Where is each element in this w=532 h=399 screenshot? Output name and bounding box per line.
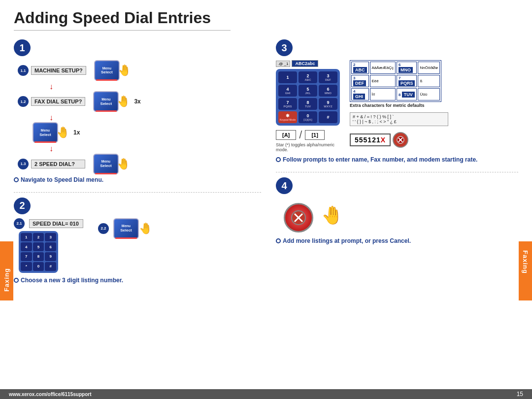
- menu-label: Menu: [102, 66, 111, 70]
- red-arrow-3: ↓: [49, 144, 53, 153]
- add-note: Add more listings at prompt, or press Ca…: [276, 237, 518, 244]
- key-5: 5: [33, 242, 44, 251]
- key-2: 2: [33, 233, 44, 242]
- nav-dot-3: [276, 157, 281, 162]
- extra-chars-title: Extra characters for metric defaults: [350, 103, 448, 108]
- step4-content: 🤚: [284, 198, 518, 233]
- step3-right: 2 ABC AäÄæÆäÇç 6 MNO NnÖöðØø 3 DEF Eèé 7…: [350, 60, 448, 148]
- cancel-large-icon: [290, 209, 307, 227]
- step1-circle: 1: [14, 39, 31, 56]
- step2-section: 2 2.1 SPEED DIAL= 010 1 2 3: [14, 198, 261, 284]
- menu-select-btn-1-2[interactable]: Menu Select: [93, 91, 119, 112]
- nav-dot: [14, 177, 19, 182]
- red-arrow-2: ↓: [49, 113, 53, 122]
- page-title: Adding Speed Dial Entries: [14, 9, 231, 31]
- nav-dot-2: [14, 278, 19, 283]
- substep-label-2-1: SPEED DIAL= 010: [29, 219, 83, 228]
- mode-box-1: [1]: [305, 130, 324, 140]
- substep-circle-1-1: 1.1: [18, 65, 29, 76]
- substep-circle-1-2: 1.2: [18, 96, 29, 107]
- mode-box: .@ _1: [276, 61, 290, 67]
- cancel-icon: [396, 135, 405, 144]
- key-large-star[interactable]: ✱ Keypad Mode: [278, 111, 297, 123]
- keypad-small: 1 2 3 4 5 6 7 8 9 * 0 #: [19, 231, 58, 273]
- step3-circle: 3: [276, 39, 293, 56]
- number-display-area: 555121X: [350, 132, 448, 148]
- extra-chars-table: 2 ABC AäÄæÆäÇç 6 MNO NnÖöðØø 3 DEF Eèé 7…: [350, 60, 441, 102]
- substep-1-2: 1.2 FAX DIAL SETUP? Menu Select 🤚 3x: [18, 91, 261, 112]
- key-large-2[interactable]: 2ABC: [299, 71, 317, 83]
- keypad-grid: 1 2ABC 3DEF 4GHI 5JKL 6MNO 7PQRS 8TUV 9W…: [276, 69, 340, 126]
- key-large-0[interactable]: 0 [1]/[A]: [299, 111, 317, 123]
- substep-label-1-2: FAX DIAL SETUP?: [31, 97, 85, 106]
- key-large-3[interactable]: 3DEF: [319, 71, 337, 83]
- key-9: 9: [45, 252, 56, 261]
- footer-page: 15: [517, 391, 523, 398]
- key-3: 3: [45, 233, 56, 242]
- key-6: 6: [45, 242, 56, 251]
- nav-dot-4: [276, 238, 281, 243]
- substep-2-2: 2.2 Menu Select 🤚: [98, 218, 152, 239]
- select-label: Select: [101, 70, 113, 74]
- hand-icon-1-2b: 🤚: [56, 126, 69, 139]
- substep-1-2b: Menu Select 🤚 1x: [33, 122, 261, 143]
- key-star-small: *: [21, 262, 32, 271]
- substep-circle-2-1: 2.1: [14, 218, 25, 229]
- substep-label-1-3: 2 SPEED DIAL?: [31, 160, 85, 168]
- step4-section: 4 🤚 Add more listings at prompt, or pre: [276, 177, 518, 244]
- key-0-small: 0: [33, 262, 44, 271]
- abc-box: ABC2abc: [292, 60, 318, 67]
- substep-1-3: 1.3 2 SPEED DIAL? Menu Select 🤚: [18, 154, 261, 174]
- key-8: 8: [33, 252, 44, 261]
- key-large-7[interactable]: 7PQRS: [278, 98, 297, 110]
- extra-chars-container: 2 ABC AäÄæÆäÇç 6 MNO NnÖöðØø 3 DEF Eèé 7…: [350, 60, 448, 108]
- key-large-4[interactable]: 4GHI: [278, 85, 297, 97]
- step3-section: 3 .@ _1 ABC2abc 1 2ABC 3: [276, 39, 518, 163]
- step1-section: 1 1.1 MACHINE SETUP? Menu Select 🤚: [14, 39, 261, 183]
- follow-note: Follow prompts to enter name, Fax number…: [276, 156, 518, 163]
- menu-select-btn-1-2b[interactable]: Menu Select: [33, 122, 58, 143]
- key-large-6[interactable]: 6MNO: [319, 85, 337, 97]
- repeat-3x: 3x: [134, 98, 140, 105]
- alpha-mode-area: [A] / [1] Star (*) toggles alpha/numeric…: [276, 129, 345, 152]
- hand-icon-1-3: 🤚: [117, 158, 130, 170]
- hand-icon-4: 🤚: [321, 205, 343, 226]
- key-large-8[interactable]: 8TUV: [299, 98, 317, 110]
- repeat-1x: 1x: [73, 129, 80, 136]
- key-large-hash[interactable]: #: [319, 111, 337, 123]
- hand-icon-1-1: 🤚: [118, 64, 131, 77]
- number-box: 555121X: [350, 133, 391, 146]
- menu-select-btn-1-3[interactable]: Menu Select: [93, 154, 119, 174]
- key-4: 4: [21, 242, 32, 251]
- keypad-large: .@ _1 ABC2abc 1 2ABC 3DEF 4GHI 5JKL 6MNO…: [276, 60, 345, 152]
- footer-url: www.xerox.com/office/6115support: [9, 392, 91, 397]
- menu-select-btn-1-1[interactable]: Menu Select: [94, 60, 120, 81]
- keypad-display: .@ _1 ABC2abc: [276, 60, 345, 67]
- hand-icon-2-2: 🤚: [139, 222, 152, 235]
- footer: www.xerox.com/office/6115support 15: [0, 389, 532, 399]
- mode-slash: /: [299, 129, 302, 141]
- cancel-button-small[interactable]: [393, 132, 408, 148]
- step2-circle: 2: [14, 198, 31, 214]
- star-toggle-note: Star (*) toggles alpha/numeric mode.: [276, 142, 345, 152]
- special-chars-box: # + & / = ! ? ( ) % [ ] ` ' ' { } | ~ $ …: [350, 112, 448, 126]
- key-hash-small: #: [45, 262, 56, 271]
- substep-1-1: 1.1 MACHINE SETUP? Menu Select 🤚: [18, 60, 261, 81]
- key-large-9[interactable]: 9WXYZ: [319, 98, 337, 110]
- key-1: 1: [21, 233, 32, 242]
- substep-2-1: 2.1 SPEED DIAL= 010: [14, 218, 87, 229]
- step4-circle: 4: [276, 177, 293, 194]
- choose-note: Choose a new 3 digit listing number.: [14, 277, 261, 284]
- mode-box-a: [A]: [276, 130, 296, 140]
- key-7: 7: [21, 252, 32, 261]
- menu-select-btn-2-2[interactable]: Menu Select: [113, 218, 139, 239]
- substep-circle-2-2: 2.2: [98, 223, 109, 234]
- substep-label-1-1: MACHINE SETUP?: [31, 66, 86, 75]
- key-large-5[interactable]: 5JKL: [299, 85, 317, 97]
- cancel-button-large[interactable]: [284, 203, 313, 233]
- hand-icon-1-2: 🤚: [117, 95, 130, 108]
- key-large-1[interactable]: 1: [278, 71, 297, 83]
- red-arrow-1: ↓: [49, 82, 53, 91]
- navigate-note: Navigate to Speed Dial menu.: [14, 176, 261, 183]
- substep-circle-1-3: 1.3: [18, 159, 29, 169]
